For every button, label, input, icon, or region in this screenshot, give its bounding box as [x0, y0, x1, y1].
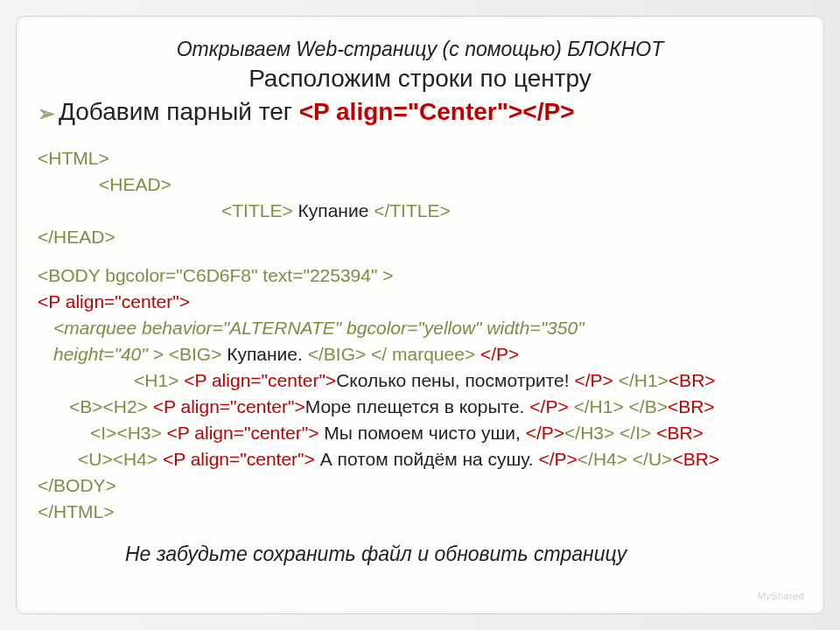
code-line: height="40" > <BIG> Купание. </BIG> </ m…	[38, 341, 802, 368]
context-title: Открываем Web-страницу (с помощью) БЛОКН…	[38, 38, 802, 61]
closing-note: Не забудьте сохранить файл и обновить ст…	[125, 542, 802, 566]
code-line: <I><H3> <P align="center"> Мы помоем чис…	[38, 420, 802, 446]
code-line: <U><H4> <P align="center"> А потом пойдё…	[38, 446, 802, 472]
code-line: <BODY bgcolor="C6D6F8" text="225394" >	[38, 262, 802, 289]
bullet-line: ➢ Добавим парный тег <P align="Center"><…	[38, 98, 802, 130]
code-line: <P align="center">	[38, 289, 802, 315]
chevron-right-icon: ➢	[38, 98, 55, 130]
code-line: </HTML>	[38, 499, 802, 525]
code-line: <HTML>	[38, 145, 802, 172]
bullet-text: Добавим парный тег	[59, 98, 299, 125]
code-line: <B><H2> <P align="center">Море плещется …	[38, 394, 802, 420]
code-line: <H1> <P align="center">Сколько пены, пос…	[38, 368, 802, 394]
code-line: </BODY>	[38, 472, 802, 499]
watermark: MyShared	[758, 591, 804, 601]
slide-subtitle: Расположим строки по центру	[38, 65, 802, 93]
code-block: <HTML> <HEAD> <TITLE> Купание </TITLE> <…	[38, 145, 802, 525]
code-line: <TITLE> Купание </TITLE>	[38, 198, 802, 224]
bullet-tag: <P align="Center"></P>	[299, 98, 575, 125]
code-line: <marquee behavior="ALTERNATE" bgcolor="y…	[38, 315, 802, 341]
slide: Открываем Web-страницу (с помощью) БЛОКН…	[16, 16, 824, 614]
code-line: </HEAD>	[38, 224, 802, 250]
code-line: <HEAD>	[38, 172, 802, 198]
